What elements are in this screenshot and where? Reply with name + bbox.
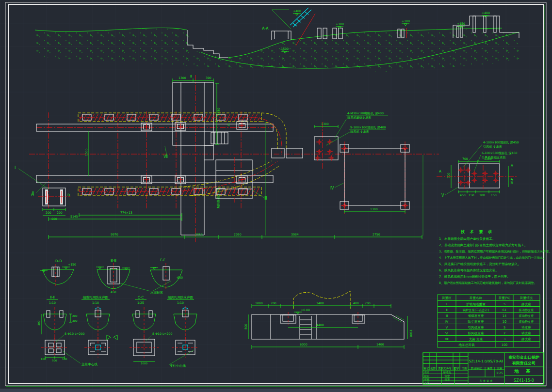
cad-viewport: A-A <box>0 0 552 392</box>
dim: 400 <box>353 301 359 305</box>
note-item: 1、本基础图全部由用户单位负责施工。 <box>439 237 495 241</box>
dim: 200 <box>46 211 51 214</box>
dim: 2050 <box>234 233 242 236</box>
dim: 150 <box>491 193 497 197</box>
note-item: 6、鼓风机基座可根据具体情况定位安装。 <box>439 268 499 272</box>
cut-mark: A <box>439 169 441 173</box>
stage-label: 阶段标记 <box>471 367 482 370</box>
dim: 2750 <box>373 233 380 236</box>
td: 61 <box>503 308 506 312</box>
cut-mark: D <box>67 193 70 197</box>
zone-label: Ⅲ <box>264 196 267 201</box>
zone-label: Ⅳ <box>330 186 334 190</box>
sign-label: 审核 <box>424 378 430 381</box>
dim: 500 <box>52 359 57 362</box>
td: 炉墙烟道重量 <box>466 302 486 306</box>
dim: 300 <box>72 319 78 322</box>
dim: 700 <box>462 157 468 160</box>
status-strip[interactable] <box>0 389 552 392</box>
cut-mark: C <box>227 123 230 127</box>
td: 5 <box>503 302 505 306</box>
note-item: 7、鼓风机底板用8mm钢板衬垫找平，用户自理。 <box>439 275 510 279</box>
dim: 500 <box>244 324 247 329</box>
dim: 100 <box>62 358 67 361</box>
td: 5 <box>503 326 505 329</box>
section-aa-label: A-A <box>262 27 269 31</box>
dim: 200 <box>57 211 63 214</box>
detail-title: D-D <box>55 259 62 263</box>
centerline-note: 支柱中心线 <box>170 364 186 368</box>
company-name: 泰安市金山口锅炉 <box>508 355 539 360</box>
dim: 1500 <box>409 329 413 337</box>
th: 荷重区 <box>442 296 452 300</box>
dim: 700 <box>365 301 371 305</box>
td: 10 <box>503 320 506 324</box>
centerline-note: 立柱中心线 <box>81 362 97 366</box>
td: 3 <box>503 337 505 341</box>
dim: 1400 <box>376 343 384 346</box>
th: 荷重(%) <box>499 296 511 300</box>
dim: 200 <box>72 314 78 317</box>
td: 静支座 <box>521 302 531 306</box>
callout-text: 鼓风机 支承面 <box>350 130 369 134</box>
td: Ⅵ <box>445 331 448 335</box>
scale-value: 1:25 <box>496 371 503 375</box>
callout-text: 鼓风机基础支承面 <box>347 116 372 120</box>
td: Ⅴ <box>446 326 448 329</box>
elev-label: +400 <box>293 9 301 13</box>
weight-label: 重量 <box>487 367 493 370</box>
note-item: 2、基础浇注前由土建部门按自然土质核定承载力后方可施工。 <box>439 243 527 247</box>
dim: 4400 <box>316 323 324 327</box>
callout-text: 4-100×100预留孔 深450 <box>483 141 519 144</box>
dim: 1300 <box>370 207 378 211</box>
zone-label: Ⅱ <box>32 191 34 196</box>
td: 除尘器支座 <box>468 320 484 324</box>
dim: 9970 <box>111 233 118 236</box>
elev-label: +150 <box>457 22 465 25</box>
td: 14 <box>503 314 506 318</box>
dim: 450 <box>510 178 514 184</box>
dim: 1300 <box>321 122 329 125</box>
sheet-count: 共 张 第 张 <box>479 379 493 383</box>
td: Ⅱ <box>446 308 447 312</box>
detail-title: Ⅱ-Ⅱ <box>50 295 55 299</box>
elev-label: -1500 <box>280 47 289 50</box>
elev-label: ±0.00 <box>301 308 310 312</box>
sign-label-2: 标准化 <box>443 371 452 374</box>
detail-title: B-B <box>111 258 116 263</box>
table-total-label: 地基总荷载 <box>458 343 475 347</box>
zone-label: Ⅶ <box>163 155 168 159</box>
td: Ⅰ <box>446 302 447 306</box>
sign-label-2: 批准 <box>445 378 451 381</box>
rev-col: 标记 <box>423 367 430 370</box>
td: 动支座 <box>521 331 531 335</box>
sign-label: 校对 <box>424 375 430 377</box>
dim: 3984 <box>291 233 299 236</box>
zone-label: Ⅴ <box>441 193 444 198</box>
detail-scale: 1:25 <box>137 301 144 304</box>
detail-title: 烟道孔周防水详图 <box>83 296 109 299</box>
dim: 1300 <box>179 76 186 79</box>
td: 鼓风机支座 <box>468 331 484 335</box>
td: 省煤器支座 <box>468 314 484 318</box>
cement-label: 水泥砂浆 <box>150 291 163 295</box>
zone-label: Ⅰ <box>15 166 16 170</box>
callout-text: 引风机基础支承面 <box>482 156 506 159</box>
elev-label: +400 <box>482 11 490 15</box>
dim: 300 <box>479 193 485 197</box>
dim: 390 <box>206 76 211 79</box>
cad-canvas: A-A <box>0 0 552 392</box>
dim: 300 <box>37 320 40 326</box>
detail-scale: 1:10 <box>177 301 184 304</box>
td: 支架 支座 <box>469 337 483 341</box>
td: 振动静支座 <box>519 314 534 318</box>
td: 振动静支座 <box>519 320 534 324</box>
th: 荷重名称 <box>470 296 483 300</box>
elev-label: +150 <box>68 263 76 266</box>
scale-label: 比例 <box>497 367 503 370</box>
sign-label: 设计 <box>424 371 430 374</box>
td: 振动静支座 <box>519 308 534 312</box>
dim: 100 <box>41 358 46 361</box>
td: Ⅲ <box>446 314 448 318</box>
rev-col: 处数 <box>431 367 437 370</box>
